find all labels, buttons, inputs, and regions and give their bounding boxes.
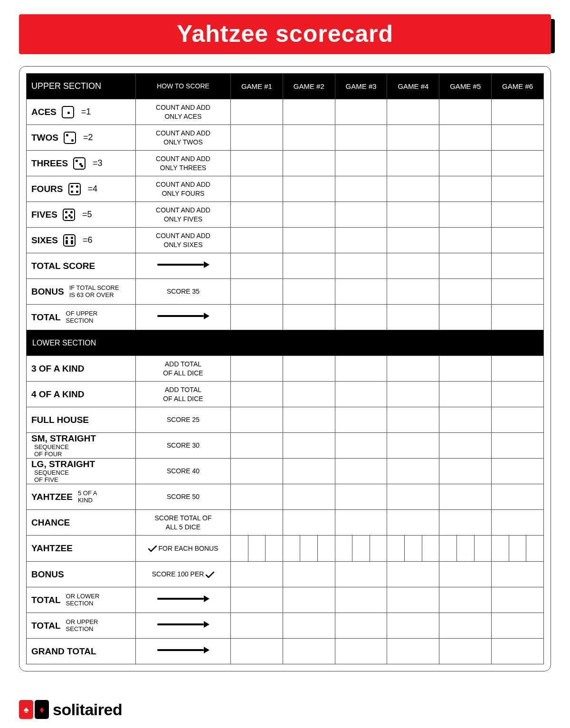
score-cell[interactable] — [492, 99, 544, 125]
score-cell[interactable] — [283, 99, 335, 125]
score-cell[interactable] — [231, 433, 283, 459]
score-cell[interactable] — [492, 639, 544, 664]
score-cell[interactable] — [231, 125, 283, 151]
score-cell[interactable] — [335, 176, 387, 202]
score-cell[interactable] — [492, 536, 544, 562]
score-cell[interactable] — [283, 536, 335, 562]
score-cell[interactable] — [335, 356, 387, 382]
score-cell[interactable] — [492, 125, 544, 151]
score-cell[interactable] — [439, 382, 492, 407]
score-cell[interactable] — [387, 356, 439, 382]
score-cell[interactable] — [439, 253, 492, 279]
score-cell[interactable] — [283, 151, 335, 176]
score-cell[interactable] — [492, 433, 544, 459]
score-cell[interactable] — [387, 382, 439, 407]
score-cell[interactable] — [283, 613, 335, 639]
score-cell[interactable] — [492, 407, 544, 433]
score-cell[interactable] — [387, 176, 439, 202]
score-cell[interactable] — [283, 587, 335, 613]
score-cell[interactable] — [231, 228, 283, 253]
score-cell[interactable] — [492, 202, 544, 228]
score-cell[interactable] — [231, 639, 283, 664]
score-cell[interactable] — [492, 228, 544, 253]
score-cell[interactable] — [492, 562, 544, 587]
score-cell[interactable] — [231, 613, 283, 639]
score-cell[interactable] — [439, 613, 492, 639]
score-cell[interactable] — [492, 382, 544, 407]
score-cell[interactable] — [439, 639, 492, 664]
score-cell[interactable] — [492, 279, 544, 305]
score-cell[interactable] — [335, 484, 387, 510]
score-cell[interactable] — [335, 253, 387, 279]
score-cell[interactable] — [439, 279, 492, 305]
score-cell[interactable] — [439, 510, 492, 536]
score-cell[interactable] — [439, 125, 492, 151]
score-cell[interactable] — [492, 587, 544, 613]
score-cell[interactable] — [335, 151, 387, 176]
score-cell[interactable] — [335, 639, 387, 664]
score-cell[interactable] — [492, 305, 544, 330]
score-cell[interactable] — [335, 202, 387, 228]
score-cell[interactable] — [335, 228, 387, 253]
score-cell[interactable] — [387, 433, 439, 459]
score-cell[interactable] — [387, 459, 439, 484]
score-cell[interactable] — [439, 459, 492, 484]
score-cell[interactable] — [387, 536, 439, 562]
score-cell[interactable] — [283, 228, 335, 253]
score-cell[interactable] — [387, 305, 439, 330]
score-cell[interactable] — [387, 125, 439, 151]
score-cell[interactable] — [283, 176, 335, 202]
score-cell[interactable] — [439, 151, 492, 176]
score-cell[interactable] — [387, 151, 439, 176]
score-cell[interactable] — [439, 305, 492, 330]
score-cell[interactable] — [283, 125, 335, 151]
score-cell[interactable] — [439, 484, 492, 510]
score-cell[interactable] — [492, 176, 544, 202]
score-cell[interactable] — [387, 587, 439, 613]
score-cell[interactable] — [231, 176, 283, 202]
score-cell[interactable] — [335, 613, 387, 639]
score-cell[interactable] — [439, 536, 492, 562]
score-cell[interactable] — [283, 202, 335, 228]
score-cell[interactable] — [335, 536, 387, 562]
score-cell[interactable] — [231, 382, 283, 407]
score-cell[interactable] — [335, 407, 387, 433]
score-cell[interactable] — [335, 125, 387, 151]
score-cell[interactable] — [492, 613, 544, 639]
score-cell[interactable] — [335, 279, 387, 305]
score-cell[interactable] — [231, 484, 283, 510]
score-cell[interactable] — [335, 587, 387, 613]
score-cell[interactable] — [439, 202, 492, 228]
score-cell[interactable] — [231, 587, 283, 613]
score-cell[interactable] — [439, 228, 492, 253]
score-cell[interactable] — [283, 356, 335, 382]
score-cell[interactable] — [231, 407, 283, 433]
score-cell[interactable] — [387, 279, 439, 305]
score-cell[interactable] — [387, 202, 439, 228]
score-cell[interactable] — [231, 151, 283, 176]
score-cell[interactable] — [387, 407, 439, 433]
score-cell[interactable] — [231, 279, 283, 305]
score-cell[interactable] — [335, 510, 387, 536]
score-cell[interactable] — [439, 176, 492, 202]
score-cell[interactable] — [231, 305, 283, 330]
score-cell[interactable] — [387, 613, 439, 639]
score-cell[interactable] — [492, 151, 544, 176]
score-cell[interactable] — [439, 99, 492, 125]
score-cell[interactable] — [283, 459, 335, 484]
score-cell[interactable] — [283, 510, 335, 536]
score-cell[interactable] — [387, 562, 439, 587]
score-cell[interactable] — [283, 562, 335, 587]
score-cell[interactable] — [283, 407, 335, 433]
score-cell[interactable] — [335, 433, 387, 459]
score-cell[interactable] — [283, 279, 335, 305]
score-cell[interactable] — [439, 433, 492, 459]
score-cell[interactable] — [492, 356, 544, 382]
score-cell[interactable] — [439, 562, 492, 587]
score-cell[interactable] — [283, 253, 335, 279]
score-cell[interactable] — [335, 459, 387, 484]
score-cell[interactable] — [231, 562, 283, 587]
score-cell[interactable] — [335, 305, 387, 330]
score-cell[interactable] — [283, 382, 335, 407]
score-cell[interactable] — [387, 510, 439, 536]
